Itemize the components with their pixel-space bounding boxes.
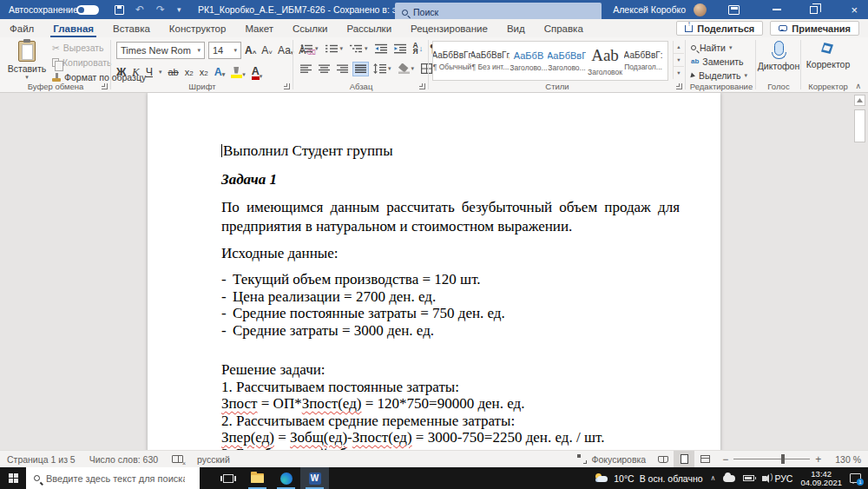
styles-gallery-more[interactable]: ▾ [674,67,684,79]
tab-file[interactable]: Файл [0,19,43,37]
clock[interactable]: 13:42 04.09.2021 [800,470,842,487]
taskbar-edge[interactable] [272,467,300,489]
action-center-button[interactable]: 1 [850,473,861,483]
tab-review[interactable]: Рецензирование [401,19,497,37]
scrollbar-thumb[interactable] [854,109,865,142]
highlight-color-button[interactable]: ▾ [231,67,246,78]
underline-button[interactable]: Ч [146,66,153,78]
battery-icon[interactable] [743,475,754,481]
tab-home[interactable]: Главная [43,19,103,37]
focus-mode-button[interactable]: Фокусировка [570,451,653,467]
tab-mailings[interactable]: Рассылки [337,19,401,37]
save-icon[interactable] [115,0,124,19]
onedrive-icon[interactable] [723,475,735,482]
increase-indent-button[interactable] [394,43,406,54]
bullet-list-button[interactable]: ▾ [300,43,319,54]
shrink-font-button[interactable]: А˅ [261,44,273,56]
taskbar-search-box[interactable] [26,467,200,489]
italic-button[interactable]: К [132,66,139,79]
style-title[interactable]: Аab Заголовок [586,42,624,80]
restore-button[interactable] [810,0,818,19]
redo-icon[interactable]: ↷ [156,0,165,19]
tab-insert[interactable]: Вставка [103,19,160,37]
print-layout-button[interactable] [674,451,694,468]
comments-button[interactable]: Примечания [770,21,859,36]
clipboard-dialog-launcher[interactable] [102,83,108,89]
weather-widget[interactable]: 10°C В осн. облачно [595,473,702,484]
font-name-combobox[interactable]: Times New Rom ▾ [116,42,205,59]
dictate-button[interactable]: Диктофон [757,41,800,71]
zoom-slider-thumb[interactable] [781,454,785,464]
style-normal[interactable]: АаБбВвГг, ¶ Обычный [433,42,471,80]
tab-references[interactable]: Ссылки [283,19,338,37]
find-button[interactable]: Найти ▾ [691,42,747,53]
document-page[interactable]: Выполнил Студент группы Задача 1 По имею… [148,93,720,450]
language-indicator[interactable]: русский [190,451,237,467]
undo-icon[interactable]: ↶ [135,0,144,19]
align-right-button[interactable] [337,64,348,74]
zoom-level[interactable]: 130 % [828,451,868,467]
strikethrough-button[interactable]: ab [168,67,178,77]
select-button[interactable]: Выделить ▾ [691,69,747,81]
style-subtitle[interactable]: АаБбВвГ: Подзагол... [624,42,662,80]
zoom-out-button[interactable]: − [722,453,728,466]
volume-icon[interactable] [762,476,766,481]
tab-help[interactable]: Справка [535,19,593,37]
superscript-button[interactable]: x2 [200,67,208,77]
tab-layout[interactable]: Макет [235,19,283,37]
decrease-indent-button[interactable] [375,43,387,54]
styles-dialog-launcher[interactable] [676,83,682,89]
share-button[interactable]: Поделиться [676,21,763,36]
task-view-button[interactable] [214,467,243,489]
grow-font-button[interactable]: А˄ [245,44,256,56]
change-case-button[interactable]: Аа▾ [278,44,293,56]
paste-button[interactable]: Вставить ▾ [7,41,47,83]
web-layout-button[interactable] [694,451,715,468]
styles-scroll-down[interactable]: ▾ [674,54,684,67]
read-mode-button[interactable] [653,451,674,468]
styles-scroll-up[interactable]: ▴ [674,41,684,54]
proofing-status[interactable] [165,451,190,467]
sort-button[interactable]: АЯ ↓ [413,43,424,55]
page-indicator[interactable]: Страница 1 из 5 [0,451,82,467]
zoom-slider[interactable] [733,459,810,459]
shading-button[interactable]: ▾ [398,63,415,74]
editor-button[interactable]: Корректор [802,41,854,69]
start-button[interactable] [0,467,26,489]
collapse-ribbon-button[interactable]: ∧ [855,82,861,90]
replace-button[interactable]: ab Заменить [691,56,747,67]
hidden-icons-button[interactable]: ∧ [711,474,716,482]
close-button[interactable]: × [851,0,858,19]
align-center-button[interactable] [319,64,330,74]
word-count[interactable]: Число слов: 630 [82,451,165,467]
bold-button[interactable]: Ж [116,66,126,78]
language-switcher[interactable]: РУС [774,473,792,484]
user-name[interactable]: Алексей Коробко [613,0,686,19]
style-no-spacing[interactable]: АаБбВвГг, ¶ Без инт... [471,42,510,80]
taskbar-word[interactable]: W [300,467,329,489]
user-avatar[interactable] [694,0,707,19]
line-spacing-button[interactable]: ▾ [373,63,391,74]
paragraph-dialog-launcher[interactable] [419,83,425,89]
search-input[interactable] [413,7,569,17]
tab-view[interactable]: Вид [497,19,535,37]
ribbon-display-options-button[interactable] [728,0,740,19]
taskbar-search-input[interactable] [46,473,185,484]
align-left-button[interactable] [300,64,312,74]
vertical-scrollbar[interactable] [854,93,866,450]
zoom-in-button[interactable]: + [815,453,821,466]
underline-caret-icon[interactable]: ▾ [159,69,162,76]
subscript-button[interactable]: x2 [185,67,194,77]
justify-button[interactable] [353,63,368,76]
numbered-list-button[interactable]: ▾ [326,43,344,54]
style-heading1[interactable]: АаБбВ Заголово... [510,42,548,80]
multilevel-list-button[interactable]: ▾ [350,43,368,54]
ruler-toggle-button[interactable] [854,95,865,106]
font-dialog-launcher[interactable] [284,83,290,89]
font-color-button[interactable]: А▾ [252,65,263,80]
tab-design[interactable]: Конструктор [160,19,236,37]
font-size-combobox[interactable]: 14 ▾ [208,42,241,59]
text-effects-button[interactable]: А▾ [214,66,226,78]
minimize-button[interactable] [773,0,781,19]
taskbar-file-explorer[interactable] [243,467,272,489]
